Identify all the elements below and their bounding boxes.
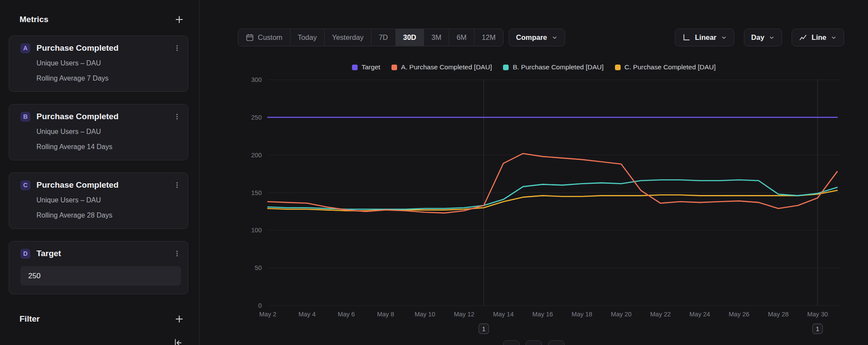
x-tick-label: May 22	[650, 311, 671, 318]
metrics-title: Metrics	[20, 15, 49, 24]
x-tick-label: May 16	[533, 311, 553, 318]
target-card-head: D Target	[20, 248, 181, 259]
x-tick-label: May 28	[768, 311, 789, 318]
target-title: Target	[36, 249, 61, 258]
legend: TargetA. Purchase Completed [DAU]B. Purc…	[200, 63, 868, 71]
metric-card-a[interactable]: A Purchase Completed Unique Users – DAU …	[9, 36, 188, 92]
compare-button[interactable]: Compare	[509, 29, 565, 46]
chevron-down-icon	[552, 35, 558, 41]
legend-label: C. Purchase Completed [DAU]	[625, 63, 716, 71]
y-tick-label: 250	[251, 114, 262, 121]
filter-header: Filter	[9, 313, 188, 325]
range-button-3m[interactable]: 3M	[424, 29, 449, 46]
granularity-select-button[interactable]: Day	[744, 29, 782, 46]
series-line	[268, 153, 837, 213]
chart-panel: CustomTodayYesterday7D30D3M6M12M Compare…	[200, 0, 868, 345]
range-button-12m[interactable]: 12M	[474, 29, 503, 46]
metric-card-head: C Purchase Completed	[20, 179, 181, 191]
kebab-menu-icon[interactable]	[173, 250, 181, 257]
chart-type-label: Line	[812, 33, 826, 42]
metrics-header: Metrics	[9, 14, 188, 25]
chevron-down-icon	[721, 35, 727, 41]
metrics-sidebar: Metrics A Purchase Completed Unique User…	[0, 0, 200, 345]
metric-badge: C	[20, 180, 30, 190]
annotation-badge[interactable]: 1	[479, 324, 489, 334]
chart-options: Linear Day Line	[675, 29, 844, 46]
metric-measure: Unique Users – DAU	[36, 59, 181, 68]
metric-badge: B	[20, 112, 30, 122]
legend-item[interactable]: B. Purchase Completed [DAU]	[503, 63, 603, 71]
annotation-badge[interactable]: 1	[812, 324, 822, 334]
range-button-7d[interactable]: 7D	[371, 29, 395, 46]
range-button-30d[interactable]: 30D	[395, 29, 424, 46]
chart-style-button-2[interactable]	[526, 340, 542, 345]
y-tick-label: 0	[258, 302, 262, 309]
x-tick-label: May 8	[377, 311, 395, 318]
metric-title: Purchase Completed	[36, 43, 118, 53]
kebab-menu-icon[interactable]	[173, 181, 181, 189]
series-line	[268, 180, 837, 209]
target-badge: D	[20, 249, 30, 259]
compare-label: Compare	[516, 33, 547, 42]
legend-swatch	[391, 65, 397, 70]
add-metric-button[interactable]	[174, 15, 184, 24]
chart-style-button-1[interactable]	[503, 340, 519, 345]
metric-card-head: A Purchase Completed	[20, 42, 181, 54]
y-tick-label: 100	[251, 227, 262, 234]
metric-title: Purchase Completed	[36, 112, 118, 121]
metric-transform: Rolling Average 7 Days	[36, 75, 181, 83]
collapse-sidebar-button[interactable]	[173, 338, 183, 345]
chevron-down-icon	[831, 35, 837, 41]
target-value-input[interactable]	[20, 266, 181, 286]
x-tick-label: May 10	[414, 311, 435, 318]
kebab-menu-icon[interactable]	[173, 44, 181, 52]
range-label: Custom	[258, 33, 283, 42]
metric-transform: Rolling Average 28 Days	[36, 212, 181, 220]
legend-label: B. Purchase Completed [DAU]	[513, 63, 603, 71]
add-filter-button[interactable]	[174, 314, 184, 324]
x-tick-label: May 6	[338, 311, 355, 318]
chevron-down-icon	[769, 35, 775, 41]
scale-select-button[interactable]: Linear	[675, 29, 734, 46]
annotation-badge-label: 1	[482, 325, 486, 332]
plus-icon	[174, 314, 184, 324]
collapse-sidebar-icon	[173, 338, 183, 345]
x-tick-label: May 18	[572, 311, 592, 318]
x-tick-label: May 24	[690, 311, 710, 318]
legend-label: A. Purchase Completed [DAU]	[401, 63, 492, 71]
calendar-icon	[246, 33, 254, 42]
legend-swatch	[352, 65, 358, 70]
x-tick-label: May 26	[729, 311, 750, 318]
x-tick-label: May 12	[454, 311, 475, 318]
kebab-menu-icon[interactable]	[173, 113, 181, 120]
target-card[interactable]: D Target	[9, 241, 188, 294]
legend-item[interactable]: A. Purchase Completed [DAU]	[391, 63, 492, 71]
metric-transform: Rolling Average 14 Days	[36, 143, 181, 152]
metric-title: Purchase Completed	[36, 180, 118, 190]
series-line	[268, 190, 837, 211]
legend-swatch	[615, 65, 621, 70]
legend-item[interactable]: C. Purchase Completed [DAU]	[615, 63, 716, 71]
bottom-toolbar	[200, 340, 868, 345]
y-tick-label: 50	[255, 264, 262, 271]
y-tick-label: 200	[251, 152, 262, 159]
chart-style-button-3[interactable]	[548, 340, 565, 345]
chart-type-select-button[interactable]: Line	[792, 29, 844, 46]
chart-toolbar: CustomTodayYesterday7D30D3M6M12M Compare…	[238, 29, 844, 46]
metric-card-c[interactable]: C Purchase Completed Unique Users – DAU …	[9, 172, 188, 229]
range-button-yesterday[interactable]: Yesterday	[324, 29, 371, 46]
chart-svg: 050100150200250300May 2May 4May 6May 8Ma…	[200, 76, 868, 345]
x-tick-label: May 4	[299, 311, 316, 318]
linear-scale-icon	[682, 33, 690, 42]
range-button-6m[interactable]: 6M	[449, 29, 474, 46]
range-button-today[interactable]: Today	[290, 29, 324, 46]
annotation-badge-label: 1	[816, 325, 819, 332]
metric-card-b[interactable]: B Purchase Completed Unique Users – DAU …	[9, 104, 188, 160]
range-button-custom[interactable]: Custom	[238, 29, 290, 46]
legend-label: Target	[362, 63, 380, 71]
x-tick-label: May 2	[259, 311, 276, 318]
metric-measure: Unique Users – DAU	[36, 128, 181, 137]
metric-card-head: B Purchase Completed	[20, 111, 181, 122]
scale-label: Linear	[695, 33, 717, 42]
legend-item[interactable]: Target	[352, 63, 380, 71]
